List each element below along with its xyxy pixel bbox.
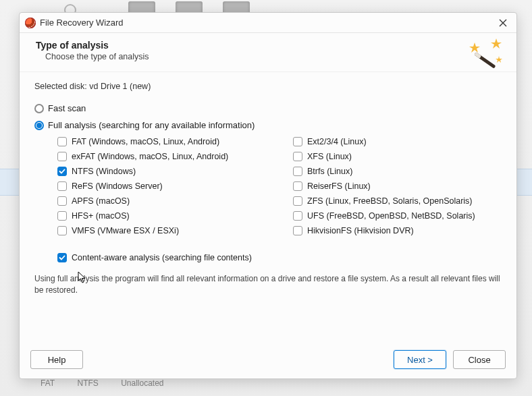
fs-option-apfs[interactable]: APFS (macOS) [57,196,266,206]
titlebar: File Recovery Wizard [20,13,516,33]
checkbox-icon [57,196,67,206]
checkbox-icon [293,211,302,221]
checkbox-icon [293,137,302,146]
close-button[interactable]: Close [453,350,506,369]
full-analysis-option[interactable]: Full analysis (searching for any availab… [34,120,502,130]
svg-marker-2 [496,56,502,63]
fast-scan-label: Fast scan [48,103,86,113]
checkbox-icon [293,167,302,176]
fs-label: Ext2/3/4 (Linux) [307,137,367,146]
fs-option-zfs[interactable]: ZFS (Linux, FreeBSD, Solaris, OpenSolari… [293,196,502,206]
full-analysis-label: Full analysis (searching for any availab… [48,120,255,130]
help-button[interactable]: Help [30,350,83,369]
fs-label: ZFS (Linux, FreeBSD, Solaris, OpenSolari… [307,196,473,206]
window-close-button[interactable] [494,16,512,30]
svg-marker-0 [469,43,480,53]
bg-status-unallocated: Unallocated [121,378,163,388]
bg-status-fat: FAT [41,378,55,388]
checkbox-icon [57,181,67,191]
bg-status-ntfs: NTFS [77,378,98,388]
checkbox-icon [293,196,302,206]
fs-label: UFS (FreeBSD, OpenBSD, NetBSD, Solaris) [307,211,475,221]
fs-option-xfs[interactable]: XFS (Linux) [293,152,502,161]
fs-label: HikvisionFS (Hikvision DVR) [307,226,414,235]
fs-label: ReFS (Windows Server) [72,181,163,191]
page-subtitle: Choose the type of analysis [45,52,149,61]
fs-label: exFAT (Windows, macOS, Linux, Android) [72,152,228,161]
fs-option-hfs[interactable]: HFS+ (macOS) [57,211,266,221]
next-button[interactable]: Next > [394,350,446,369]
fs-label: ReiserFS (Linux) [307,181,371,191]
radio-icon [34,104,44,113]
checkbox-icon [293,152,302,161]
fs-label: VMFS (VMware ESX / ESXi) [72,226,179,235]
wizard-body: Selected disk: vd Drive 1 (new) Fast sca… [20,72,516,343]
app-icon [25,18,36,28]
radio-icon [34,121,44,130]
fast-scan-option[interactable]: Fast scan [34,103,502,113]
checkbox-icon [57,226,67,235]
fs-label: FAT (Windows, macOS, Linux, Android) [72,137,219,146]
fs-option-btrfs[interactable]: Btrfs (Linux) [293,167,502,176]
fs-option-vmfs[interactable]: VMFS (VMware ESX / ESXi) [57,226,266,235]
checkbox-icon [57,152,67,161]
fs-label: XFS (Linux) [307,152,352,161]
wizard-wand-icon [469,37,504,69]
fs-option-ext[interactable]: Ext2/3/4 (Linux) [293,137,502,146]
wizard-footer: Help Next > Close [20,343,516,378]
wizard-dialog: File Recovery Wizard Type of analysis Ch… [19,12,517,379]
filesystem-grid: FAT (Windows, macOS, Linux, Android)Ext2… [57,137,502,235]
fs-label: Btrfs (Linux) [307,167,352,176]
wizard-header: Type of analysis Choose the type of anal… [20,33,516,72]
checkbox-icon [293,226,302,235]
svg-marker-1 [491,38,502,49]
selected-disk-label: Selected disk: vd Drive 1 (new) [34,82,502,91]
checkbox-icon [57,253,67,262]
content-aware-label: Content-aware analysis (searching file c… [72,253,252,262]
fs-option-reiserfs[interactable]: ReiserFS (Linux) [293,181,502,191]
bg-status-bar: FAT NTFS Unallocated [41,378,184,388]
checkbox-icon [293,181,302,191]
fs-option-refs[interactable]: ReFS (Windows Server) [57,181,266,191]
fs-label: HFS+ (macOS) [72,211,130,221]
content-aware-option[interactable]: Content-aware analysis (searching file c… [57,253,502,262]
fs-option-ufs[interactable]: UFS (FreeBSD, OpenBSD, NetBSD, Solaris) [293,211,502,221]
fs-option-fat[interactable]: FAT (Windows, macOS, Linux, Android) [57,137,266,146]
fs-label: NTFS (Windows) [72,167,136,176]
fs-option-exfat[interactable]: exFAT (Windows, macOS, Linux, Android) [57,152,266,161]
page-title: Type of analysis [36,40,149,51]
checkbox-icon [57,167,67,176]
fs-option-hikfs[interactable]: HikvisionFS (Hikvision DVR) [293,226,502,235]
window-title: File Recovery Wizard [40,18,124,28]
fs-option-ntfs[interactable]: NTFS (Windows) [57,167,266,176]
close-icon [499,19,507,27]
hint-text: Using full analysis the program will fin… [34,273,502,296]
fs-label: APFS (macOS) [72,196,130,206]
checkbox-icon [57,211,67,221]
checkbox-icon [57,137,67,146]
